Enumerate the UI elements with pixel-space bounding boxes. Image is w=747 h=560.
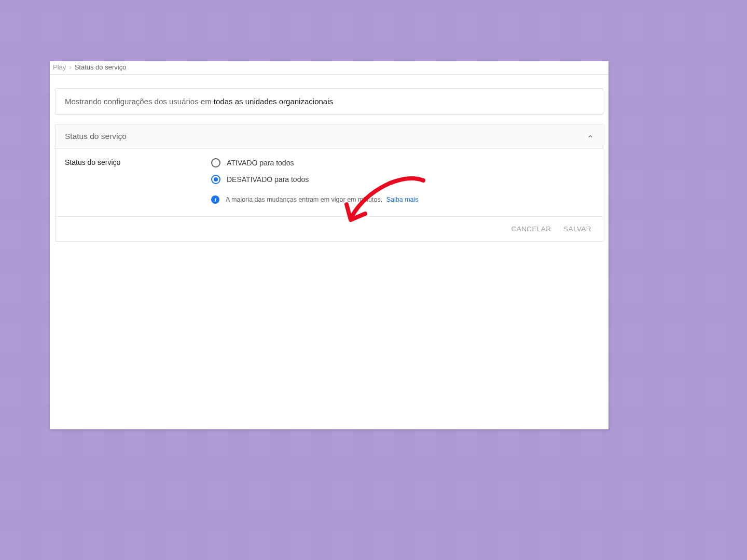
radio-label: DESATIVADO para todos bbox=[227, 175, 309, 184]
info-icon: i bbox=[211, 195, 219, 204]
card-body: Status do serviço ATIVADO para todos DES… bbox=[56, 149, 603, 217]
chevron-right-icon: › bbox=[69, 63, 71, 71]
service-status-card: Status do serviço Status do serviço ATIV… bbox=[55, 124, 603, 242]
card-header[interactable]: Status do serviço bbox=[56, 124, 603, 149]
scope-bar: Mostrando configurações dos usuários em … bbox=[55, 88, 603, 115]
info-row: i A maioria das mudanças entram em vigor… bbox=[211, 195, 593, 204]
info-text-content: A maioria das mudanças entram em vigor e… bbox=[226, 196, 382, 203]
radio-icon-unchecked bbox=[211, 158, 220, 167]
radio-option-off[interactable]: DESATIVADO para todos bbox=[211, 175, 593, 184]
save-button[interactable]: SALVAR bbox=[563, 225, 591, 233]
info-text: A maioria das mudanças entram em vigor e… bbox=[226, 196, 419, 203]
learn-more-link[interactable]: Saiba mais bbox=[386, 196, 419, 203]
chevron-up-icon bbox=[587, 133, 593, 139]
setting-row-label: Status do serviço bbox=[65, 158, 211, 204]
radio-icon-checked bbox=[211, 175, 220, 184]
breadcrumb: Play › Status do serviço bbox=[50, 61, 608, 75]
card-header-title: Status do serviço bbox=[65, 132, 127, 141]
radio-label: ATIVADO para todos bbox=[227, 159, 294, 167]
radio-group: ATIVADO para todos DESATIVADO para todos… bbox=[211, 158, 593, 204]
breadcrumb-prev[interactable]: Play bbox=[53, 63, 66, 71]
radio-option-on[interactable]: ATIVADO para todos bbox=[211, 158, 593, 167]
scope-prefix: Mostrando configurações dos usuários em bbox=[65, 97, 214, 106]
breadcrumb-current: Status do serviço bbox=[75, 63, 127, 71]
scope-org-unit: todas as unidades organizacionais bbox=[214, 97, 333, 106]
cancel-button[interactable]: CANCELAR bbox=[511, 225, 551, 233]
admin-settings-panel: Play › Status do serviço Mostrando confi… bbox=[50, 61, 608, 429]
card-footer: CANCELAR SALVAR bbox=[56, 217, 603, 241]
